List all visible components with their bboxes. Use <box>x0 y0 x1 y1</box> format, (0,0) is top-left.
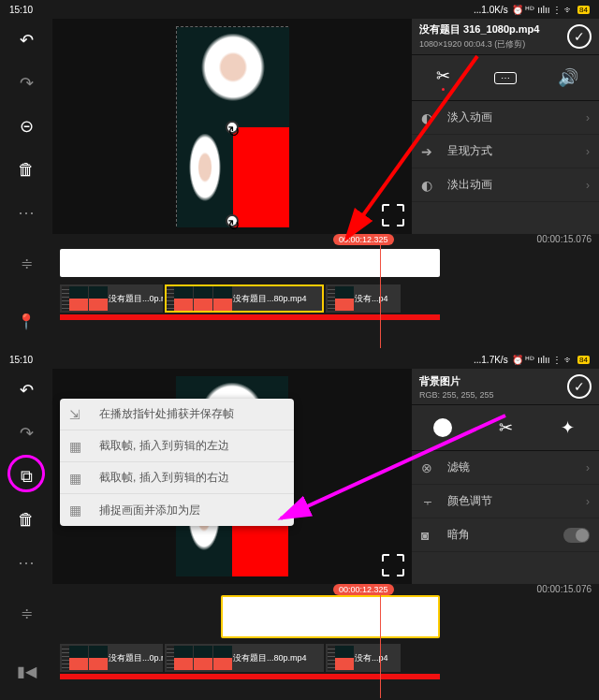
pin-button[interactable]: 📍 <box>0 292 52 350</box>
duration: 00:00:15.076 <box>537 584 592 594</box>
color-tool[interactable] <box>412 405 475 450</box>
timeline-track[interactable]: 00:00:12.325 00:00:15.076 没有题目...0p.mp4 … <box>52 234 599 350</box>
file-info: 1080×1920 00:04.3 (已修剪) <box>419 38 539 51</box>
status-bar: 15:10 ...1.7K/s ⏰ ᴴᴰ ıılıı ⋮ ᯤ 84 <box>0 350 599 369</box>
fade-out-option[interactable]: ◐淡出动画› <box>412 168 599 202</box>
battery: 84 <box>577 356 590 364</box>
status-icons: ⏰ ᴴᴰ ıılıı ⋮ ᯤ <box>512 355 574 365</box>
audio-track[interactable] <box>60 674 440 679</box>
filter-option[interactable]: ⊗滤镜› <box>412 451 599 485</box>
timecode: 00:00:12.325 <box>333 234 394 245</box>
capture-popup: ⇲在播放指针处捕获并保存帧 ▦截取帧, 插入到剪辑的左边 ▦截取帧, 插入到剪辑… <box>60 399 294 526</box>
clip-selected[interactable]: 没有题目...80p.mp4 <box>165 284 324 313</box>
rotate-handle-icon[interactable]: ↻ <box>226 121 239 134</box>
clip[interactable]: 没有题目...80p.mp4 <box>165 644 324 672</box>
more-button[interactable]: ⋯ <box>0 541 52 584</box>
popup-insert-right[interactable]: ▦截取帧, 插入到剪辑的右边 <box>60 462 294 494</box>
clip[interactable]: 没有题目...0p.mp4 <box>60 284 163 313</box>
duration: 00:00:15.076 <box>537 234 592 244</box>
volume-tool[interactable]: 🔊 <box>536 55 599 100</box>
presentation-option[interactable]: ➔呈现方式› <box>412 135 599 168</box>
clip-row: 没有题目...0p.mp4 没有题目...80p.mp4 没有...p4 <box>60 284 592 313</box>
net-speed: ...1.7K/s <box>474 355 508 365</box>
confirm-button[interactable]: ✓ <box>567 374 592 399</box>
playhead[interactable] <box>380 586 381 698</box>
undo-button[interactable]: ↶ <box>0 19 52 62</box>
audio-track[interactable] <box>60 314 440 320</box>
key-button[interactable]: ⊝ <box>0 105 52 148</box>
white-track-selected[interactable] <box>221 595 440 638</box>
panel-subtitle: RGB: 255, 255, 255 <box>419 390 494 400</box>
panel-title: 背景图片 <box>419 374 494 388</box>
fullscreen-button[interactable] <box>382 554 404 576</box>
redo-button[interactable]: ↷ <box>0 62 52 105</box>
annotation-circle <box>7 455 45 492</box>
undo-button[interactable]: ↶ <box>0 369 52 412</box>
preview-area[interactable]: ↻ ↻ <box>52 19 412 234</box>
cut-tool[interactable]: ✂ <box>475 405 537 450</box>
prev-button[interactable]: ▮◀ <box>0 642 52 700</box>
playhead[interactable] <box>380 236 381 348</box>
cut-tool[interactable]: ✂ <box>412 55 475 100</box>
delete-button[interactable]: 🗑 <box>0 148 52 191</box>
battery: 84 <box>577 6 590 14</box>
align-button[interactable]: ≑ <box>0 584 52 642</box>
clip[interactable]: 没有题目...0p.mp4 <box>60 644 163 672</box>
right-panel: 背景图片 RGB: 255, 255, 255 ✓ ✂ ✦ ⊗滤镜› ⫟颜色调节… <box>412 369 599 584</box>
popup-insert-left[interactable]: ▦截取帧, 插入到剪辑的左边 <box>60 430 294 462</box>
status-icons: ⏰ ᴴᴰ ıılıı ⋮ ᯤ <box>512 5 574 15</box>
fade-in-option[interactable]: ◐淡入动画› <box>412 101 599 135</box>
clip[interactable]: 没有...p4 <box>326 284 401 313</box>
white-track[interactable] <box>60 249 440 277</box>
timeline-track[interactable]: 00:00:12.325 00:00:15.076 没有题目...0p.mp4 … <box>52 584 599 700</box>
white-circle-icon <box>433 418 452 437</box>
clock: 15:10 <box>9 355 33 365</box>
file-title: 没有题目 316_1080p.mp4 <box>419 22 539 36</box>
timeline: ≑ 📍 00:00:12.325 00:00:15.076 没有题目...0p.… <box>0 234 599 350</box>
clock: 15:10 <box>9 5 33 15</box>
popup-add-layer[interactable]: ▦捕捉画面并添加为层 <box>60 494 294 526</box>
status-bar: 15:10 ...1.0K/s ⏰ ᴴᴰ ıılıı ⋮ ᯤ 84 <box>0 0 599 19</box>
delete-button[interactable]: 🗑 <box>0 498 52 541</box>
confirm-button[interactable]: ✓ <box>567 24 592 49</box>
timecode: 00:00:12.325 <box>333 584 394 595</box>
fullscreen-button[interactable] <box>382 204 404 226</box>
clip-row: 没有题目...0p.mp4 没有题目...80p.mp4 没有...p4 <box>60 644 592 672</box>
video-upper <box>177 27 289 127</box>
screenshot-2: 15:10 ...1.7K/s ⏰ ᴴᴰ ıılıı ⋮ ᯤ 84 ↶ ↷ ⧉ … <box>0 350 599 700</box>
red-overlay[interactable] <box>233 127 289 227</box>
right-panel: 没有题目 316_1080p.mp4 1080×1920 00:04.3 (已修… <box>412 19 599 234</box>
subtitle-tool[interactable]: ⋯ <box>475 55 537 100</box>
timeline: ≑ ▮◀ 00:00:12.325 00:00:15.076 没有题目...0p… <box>0 584 599 700</box>
redo-button[interactable]: ↷ <box>0 412 52 455</box>
net-speed: ...1.0K/s <box>474 5 508 15</box>
more-button[interactable]: ⋯ <box>0 191 52 234</box>
left-sidebar: ↶ ↷ ⊝ 🗑 ⋯ <box>0 19 52 234</box>
canvas[interactable]: ↻ ↻ <box>176 26 288 226</box>
screenshot-1: 15:10 ...1.0K/s ⏰ ᴴᴰ ıılıı ⋮ ᯤ 84 ↶ ↷ ⊝ … <box>0 0 599 350</box>
color-adjust-option[interactable]: ⫟颜色调节› <box>412 485 599 518</box>
fx-tool[interactable]: ✦ <box>536 405 599 450</box>
vignette-option[interactable]: ◙暗角 <box>412 518 599 552</box>
video-lower <box>177 127 233 227</box>
align-button[interactable]: ≑ <box>0 234 52 292</box>
vignette-toggle[interactable] <box>563 528 590 543</box>
clip[interactable]: 没有...p4 <box>326 644 401 672</box>
rotate-handle-icon[interactable]: ↻ <box>226 214 239 227</box>
popup-save-frame[interactable]: ⇲在播放指针处捕获并保存帧 <box>60 399 294 430</box>
